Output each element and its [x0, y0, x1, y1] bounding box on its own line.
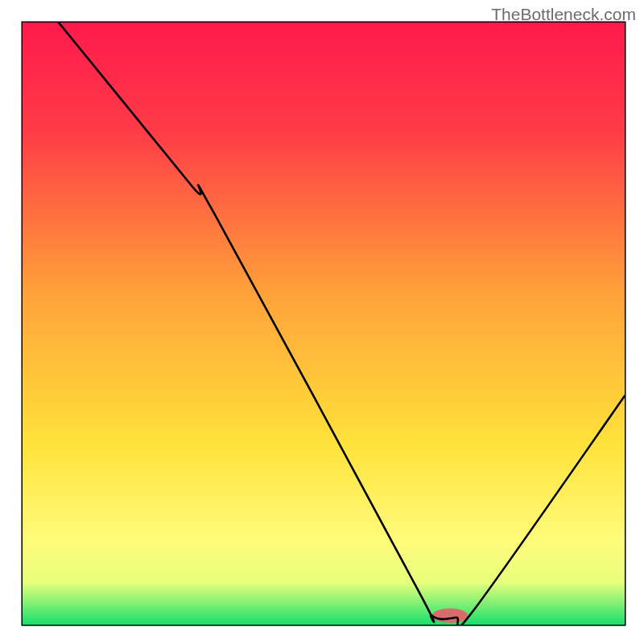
chart-svg — [23, 23, 625, 625]
chart-plot-area — [23, 23, 625, 625]
optimum-marker — [432, 609, 468, 623]
gradient-background — [23, 23, 625, 625]
watermark-text: TheBottleneck.com — [491, 5, 636, 24]
